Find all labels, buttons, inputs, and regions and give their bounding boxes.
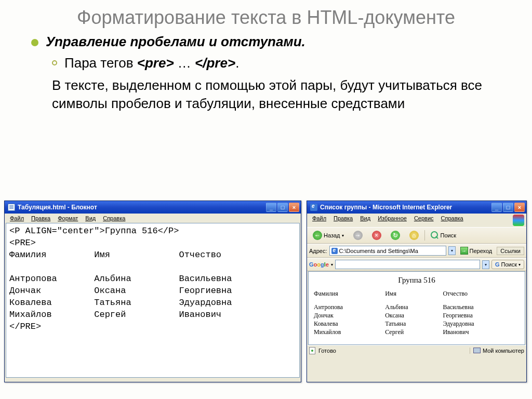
menu-view[interactable]: Вид bbox=[357, 215, 374, 226]
table-header-row: Фамилия Имя Отчество bbox=[314, 290, 520, 298]
back-label: Назад bbox=[324, 232, 340, 238]
ie-app-icon bbox=[310, 204, 317, 211]
table-row: КовалеваТатьянаЭдуардовна bbox=[314, 320, 520, 328]
slide-content: Управление пробелами и отступами. Пара т… bbox=[0, 34, 532, 113]
close-button[interactable]: × bbox=[289, 203, 299, 212]
menu-edit[interactable]: Правка bbox=[28, 215, 54, 222]
forward-arrow-icon: → bbox=[353, 231, 363, 240]
status-comp-label: Мой компьютер bbox=[483, 348, 524, 354]
notepad-app-icon bbox=[8, 204, 15, 211]
address-value: C:\Documents and Settings\Ма bbox=[339, 248, 418, 254]
table-row: АнтроповаАльбинаВасильевна bbox=[314, 303, 520, 312]
ie-toolbar: ← Назад ▾ → × ↻ ⌂ Поиск bbox=[307, 227, 526, 244]
ie-titlebar[interactable]: Список группы - Microsoft Internet Explo… bbox=[307, 201, 526, 214]
bullet-item: Управление пробелами и отступами. bbox=[31, 34, 511, 50]
google-dropdown-icon[interactable]: ▾ bbox=[482, 260, 489, 269]
google-logo: Google bbox=[309, 261, 329, 268]
done-icon bbox=[309, 347, 315, 354]
page-heading: Группа 516 bbox=[314, 276, 520, 285]
google-search-label: Поиск bbox=[501, 261, 517, 268]
maximize-button[interactable]: □ bbox=[277, 203, 288, 212]
windows-logo-icon bbox=[513, 215, 524, 226]
notepad-window: Табуляция.html - Блокнот _ □ × Файл Прав… bbox=[4, 201, 301, 382]
tag-close: </pre> bbox=[195, 55, 235, 71]
tagline-prefix: Пара тегов bbox=[64, 55, 137, 71]
back-arrow-icon: ← bbox=[313, 231, 322, 240]
status-computer: Мой компьютер bbox=[470, 348, 524, 354]
bullet-text: Управление пробелами и отступами. bbox=[46, 34, 305, 50]
bullet-dot-icon bbox=[31, 39, 38, 46]
minimize-button[interactable]: _ bbox=[266, 203, 276, 212]
menu-format[interactable]: Формат bbox=[55, 215, 81, 222]
chevron-down-icon: ▾ bbox=[342, 233, 344, 238]
go-button[interactable]: → Переход bbox=[458, 246, 495, 255]
address-dropdown-icon[interactable]: ▾ bbox=[448, 246, 456, 255]
ie-title: Список группы - Microsoft Internet Explo… bbox=[320, 204, 452, 211]
menu-view[interactable]: Вид bbox=[82, 215, 99, 222]
menu-edit[interactable]: Правка bbox=[330, 215, 356, 226]
chevron-down-icon[interactable]: ▾ bbox=[331, 262, 333, 267]
address-label: Адрес: bbox=[309, 248, 327, 254]
notepad-menubar: Файл Правка Формат Вид Справка bbox=[5, 214, 301, 223]
stop-button[interactable]: × bbox=[368, 229, 385, 242]
paragraph-text: В тексте, выделенном с помощью этой пары… bbox=[52, 76, 511, 113]
notepad-title: Табуляция.html - Блокнот bbox=[18, 204, 97, 211]
stop-icon: × bbox=[372, 231, 381, 240]
sub-bullet-item: Пара тегов <pre> … </pre>. bbox=[52, 55, 511, 71]
table-row: МихайловСергейИванович bbox=[314, 328, 520, 337]
tagline-mid: … bbox=[174, 55, 195, 71]
names-table: Фамилия Имя Отчество АнтроповаАльбинаВас… bbox=[314, 290, 520, 337]
page-icon bbox=[331, 248, 338, 254]
tag-open: <pre> bbox=[137, 55, 174, 71]
google-search-button[interactable]: G Поиск ▾ bbox=[491, 260, 524, 269]
refresh-button[interactable]: ↻ bbox=[387, 229, 404, 242]
col-patronymic: Отчество bbox=[443, 290, 520, 298]
ie-menubar: Файл Правка Вид Избранное Сервис Справка bbox=[307, 214, 526, 227]
monitor-icon bbox=[473, 348, 481, 353]
google-g-icon: G bbox=[495, 261, 500, 268]
links-button[interactable]: Ссылки bbox=[497, 247, 524, 255]
notepad-titlebar[interactable]: Табуляция.html - Блокнот _ □ × bbox=[5, 201, 301, 214]
menu-file[interactable]: Файл bbox=[309, 215, 329, 226]
chevron-down-icon: ▾ bbox=[518, 262, 521, 267]
home-button[interactable]: ⌂ bbox=[406, 229, 422, 242]
search-icon bbox=[431, 231, 439, 240]
back-button[interactable]: ← Назад ▾ bbox=[309, 229, 348, 242]
google-toolbar: Google ▾ ▾ G Поиск ▾ bbox=[307, 258, 526, 271]
menu-file[interactable]: Файл bbox=[7, 215, 27, 222]
notepad-textarea[interactable]: <P ALIGN="center">Группа 516</P> <PRE> Ф… bbox=[6, 223, 300, 378]
forward-button[interactable]: → bbox=[350, 229, 366, 242]
ie-window: Список группы - Microsoft Internet Explo… bbox=[307, 201, 527, 382]
col-name: Имя bbox=[385, 290, 443, 298]
minimize-button[interactable]: _ bbox=[491, 203, 502, 212]
status-ready: Готово bbox=[318, 348, 336, 354]
google-search-input[interactable] bbox=[335, 260, 480, 269]
menu-help[interactable]: Справка bbox=[438, 215, 467, 226]
sub-bullet-ring-icon bbox=[52, 60, 57, 65]
ie-statusbar: Готово Мой компьютер bbox=[307, 345, 526, 355]
refresh-icon: ↻ bbox=[391, 231, 400, 240]
ie-page-content: Группа 516 Фамилия Имя Отчество Антропов… bbox=[308, 271, 525, 345]
menu-tools[interactable]: Сервис bbox=[411, 215, 437, 226]
search-button[interactable]: Поиск bbox=[427, 230, 460, 241]
address-input[interactable]: C:\Documents and Settings\Ма bbox=[329, 246, 446, 256]
menu-fav[interactable]: Избранное bbox=[375, 215, 410, 226]
tags-line: Пара тегов <pre> … </pre>. bbox=[64, 55, 239, 71]
slide-title: Форматирование текста в HTML-документе bbox=[0, 0, 532, 34]
table-row: ДончакОксанаГеоргиевна bbox=[314, 312, 520, 320]
home-icon: ⌂ bbox=[409, 231, 419, 240]
address-bar: Адрес: C:\Documents and Settings\Ма ▾ → … bbox=[307, 244, 526, 258]
maximize-button[interactable]: □ bbox=[503, 203, 513, 212]
menu-help[interactable]: Справка bbox=[100, 215, 128, 222]
close-button[interactable]: × bbox=[514, 203, 525, 212]
col-surname: Фамилия bbox=[314, 290, 385, 298]
go-arrow-icon: → bbox=[460, 247, 468, 255]
go-label: Переход bbox=[470, 248, 493, 254]
search-label: Поиск bbox=[441, 232, 456, 238]
tagline-end: . bbox=[235, 55, 239, 71]
